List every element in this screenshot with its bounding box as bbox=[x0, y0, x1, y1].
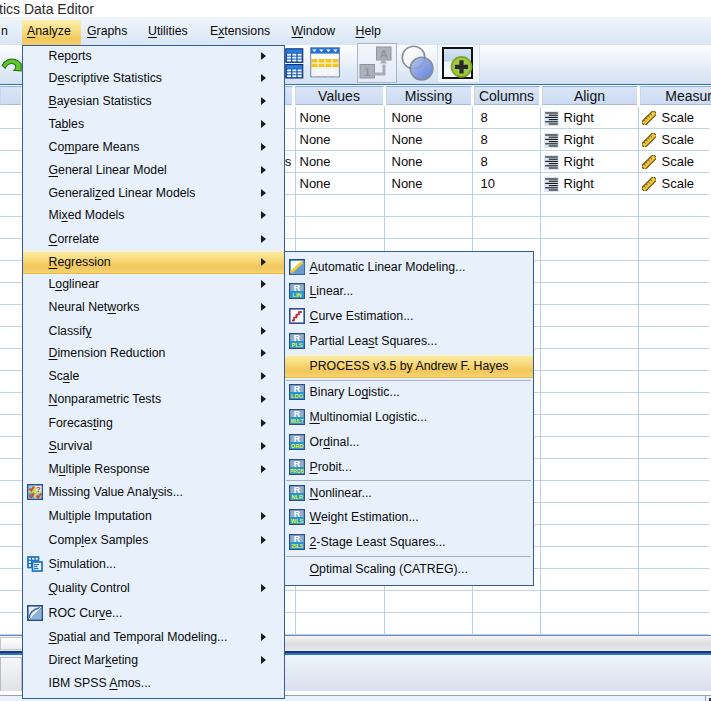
svg-text:R: R bbox=[293, 459, 300, 469]
svg-text:2SLS: 2SLS bbox=[291, 544, 303, 549]
svg-text:?: ? bbox=[36, 484, 41, 493]
svg-text:PROB: PROB bbox=[290, 469, 304, 474]
svg-text:LIN: LIN bbox=[292, 292, 301, 298]
svg-text:1: 1 bbox=[364, 66, 370, 78]
svg-text:MULT: MULT bbox=[290, 419, 303, 424]
svg-text:R: R bbox=[293, 534, 300, 544]
svg-text:R: R bbox=[293, 409, 300, 419]
svg-text:ORD: ORD bbox=[290, 443, 302, 449]
svg-text:WLS: WLS bbox=[290, 518, 303, 524]
svg-text:PLS: PLS bbox=[291, 342, 302, 348]
svg-text:LOG: LOG bbox=[290, 393, 302, 399]
svg-text:NLR: NLR bbox=[291, 494, 303, 500]
